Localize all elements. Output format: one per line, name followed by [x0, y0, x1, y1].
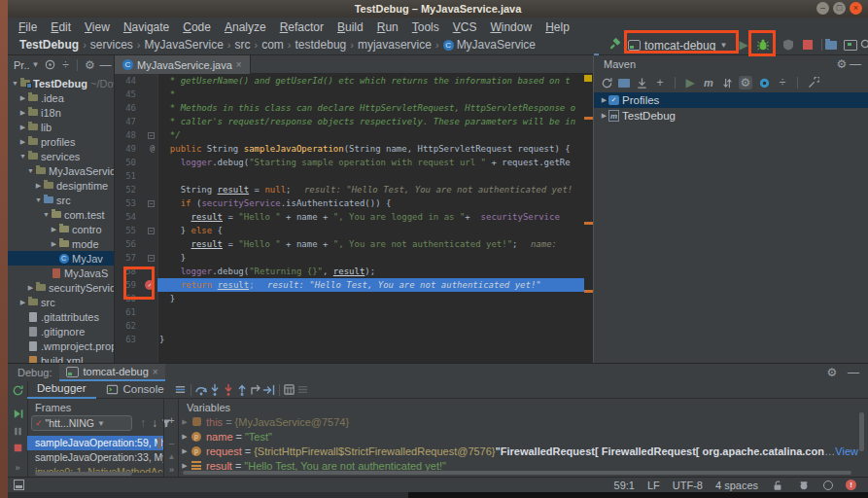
gear-icon[interactable]: ⚙: [835, 57, 849, 71]
more-actions-icon[interactable]: »: [165, 463, 178, 477]
toggle-offline-icon[interactable]: [720, 76, 734, 89]
fold-icon[interactable]: [148, 200, 155, 207]
close-tab-icon[interactable]: ×: [236, 59, 242, 70]
run-dashboard-icon[interactable]: [844, 40, 857, 51]
code-line-53[interactable]: 53 if (securityService.isAuthenticated()…: [115, 196, 584, 210]
code-line-50[interactable]: 50 logger.debug("Starting sample operati…: [115, 156, 584, 169]
menu-tools[interactable]: Tools: [405, 18, 446, 36]
run-configuration-selector[interactable]: tomcat-debug ▼: [628, 36, 727, 54]
lock-icon[interactable]: [771, 479, 784, 492]
project-tree-item-lib[interactable]: ▶lib: [8, 120, 114, 134]
evaluate-expression-icon[interactable]: [283, 383, 296, 397]
project-tree-item--gitignore[interactable]: .gitignore: [8, 324, 114, 338]
project-tree-item-profiles[interactable]: ▶profiles: [8, 134, 114, 149]
gutter-line-45[interactable]: 45: [115, 88, 157, 101]
event-log-error-icon[interactable]: !: [846, 480, 856, 490]
project-tree-item-myjav[interactable]: CMyJav: [8, 251, 114, 266]
code-line-62[interactable]: 62: [115, 319, 584, 333]
menu-code[interactable]: Code: [176, 18, 218, 36]
hide-panel-icon[interactable]: —: [849, 57, 862, 71]
project-tree-item-mode[interactable]: ▶mode: [8, 236, 114, 251]
close-session-icon[interactable]: ×: [153, 367, 158, 377]
coverage-icon[interactable]: [781, 38, 795, 52]
file-encoding[interactable]: UTF-8: [673, 480, 703, 491]
gutter-line-53[interactable]: 53: [115, 196, 157, 210]
gutter-line-50[interactable]: 50: [115, 156, 157, 169]
view-options-icon[interactable]: [296, 383, 310, 397]
breadcrumb-item[interactable]: services: [90, 38, 133, 52]
variables-hscrollbar[interactable]: [183, 471, 851, 475]
hide-panel-icon[interactable]: —: [847, 366, 860, 379]
project-tree-item-services[interactable]: ▼services: [8, 149, 114, 163]
error-stripe-mark[interactable]: [584, 290, 593, 293]
warning-stripe-mark[interactable]: [584, 75, 592, 82]
remove-watch-icon[interactable]: −: [165, 437, 178, 450]
force-step-into-icon[interactable]: [222, 383, 235, 397]
run-maven-icon[interactable]: ▶: [683, 76, 697, 89]
collapse-all-icon[interactable]: ÷: [58, 58, 72, 72]
indent-setting[interactable]: 4 spaces: [715, 480, 758, 491]
code-line-56[interactable]: 56 result = "Hello " + name + ", You are…: [115, 237, 584, 251]
menu-window[interactable]: Window: [483, 18, 538, 36]
execute-maven-goal-icon[interactable]: m: [702, 76, 715, 89]
project-tree-item-myjavas[interactable]: MyJavaS: [8, 266, 114, 280]
editor-scrollbar[interactable]: [584, 74, 593, 363]
more-actions-icon[interactable]: »: [11, 461, 24, 475]
code-area[interactable]: 44 * getUserName() and getUserId() etc w…: [115, 74, 584, 363]
gutter-line-58[interactable]: 58: [115, 265, 157, 278]
toolwindow-toggle-icon[interactable]: [14, 480, 24, 490]
notifications-icon[interactable]: [823, 480, 833, 490]
step-out-icon[interactable]: [235, 383, 249, 397]
gutter-line-46[interactable]: 46: [115, 101, 157, 115]
code-line-63[interactable]: 63}: [115, 333, 584, 346]
gear-icon[interactable]: ⚙: [83, 58, 96, 72]
search-everywhere-icon[interactable]: [859, 38, 868, 52]
code-line-57[interactable]: 57 }: [115, 251, 584, 265]
tab-debugger[interactable]: Debugger: [27, 381, 96, 399]
error-stripe-mark[interactable]: [584, 222, 593, 225]
debug-button[interactable]: [756, 38, 770, 52]
generate-sources-icon[interactable]: [618, 79, 630, 88]
gutter-line-59[interactable]: 59✓: [115, 278, 157, 292]
breadcrumb-item[interactable]: MyJavaService: [457, 38, 536, 52]
menu-run[interactable]: Run: [370, 18, 405, 36]
caret-position[interactable]: 59:1: [614, 480, 635, 491]
variable-row-this[interactable]: ▶this={MyJavaService@7574}: [179, 414, 858, 429]
gutter-line-51[interactable]: 51: [115, 169, 157, 183]
code-line-58[interactable]: 58 logger.debug("Returning {}", result);: [115, 265, 584, 278]
maven-settings-icon[interactable]: [806, 76, 819, 89]
run-button[interactable]: ▶: [737, 38, 750, 52]
layout-options-icon[interactable]: [174, 383, 188, 397]
gutter-line-47[interactable]: 47: [115, 115, 157, 128]
code-line-45[interactable]: 45 *: [115, 88, 584, 101]
debug-session-tab[interactable]: tomcat-debug ×: [59, 364, 164, 381]
menu-file[interactable]: File: [12, 18, 44, 36]
chevron-right-icon[interactable]: ▶: [179, 433, 191, 441]
project-tree-item--gitattributes[interactable]: .gitattributes: [8, 309, 114, 324]
locate-file-icon[interactable]: [43, 58, 56, 72]
project-tree-item-contro[interactable]: ▶contro: [8, 222, 114, 236]
project-tree-item--wmproject-prop[interactable]: .wmproject.prop: [8, 338, 114, 353]
stop-icon[interactable]: [11, 441, 24, 454]
code-line-47[interactable]: 47 * caller's request/response objects r…: [115, 115, 584, 128]
code-line-49[interactable]: 49@ public String sampleJavaOperation(St…: [115, 142, 584, 156]
chevron-right-icon[interactable]: ▶: [600, 112, 608, 120]
breadcrumb-item[interactable]: TestDebug: [19, 38, 79, 52]
code-line-44[interactable]: 44 * getUserName() and getUserId() etc w…: [115, 74, 584, 88]
gutter-line-55[interactable]: 55: [115, 224, 157, 237]
move-up-icon[interactable]: ▲: [165, 450, 178, 464]
project-tree-item-testdebug[interactable]: ▼TestDebug~/Dow: [8, 76, 114, 90]
pause-icon[interactable]: [11, 424, 24, 438]
project-tree-item-src[interactable]: ▶src: [8, 295, 114, 309]
download-sources-icon[interactable]: [635, 76, 648, 89]
fold-icon[interactable]: [148, 228, 155, 234]
add-watch-icon[interactable]: +: [165, 413, 178, 427]
dependencies-icon[interactable]: [757, 76, 771, 89]
minimize-button[interactable]: –: [816, 2, 829, 15]
gutter-line-57[interactable]: 57: [115, 251, 157, 265]
reimport-maven-icon[interactable]: [600, 76, 613, 89]
menu-view[interactable]: View: [78, 18, 117, 36]
chevron-right-icon[interactable]: ▶: [179, 418, 191, 426]
gutter-line-63[interactable]: 63: [115, 333, 157, 346]
step-over-icon[interactable]: [194, 383, 208, 397]
